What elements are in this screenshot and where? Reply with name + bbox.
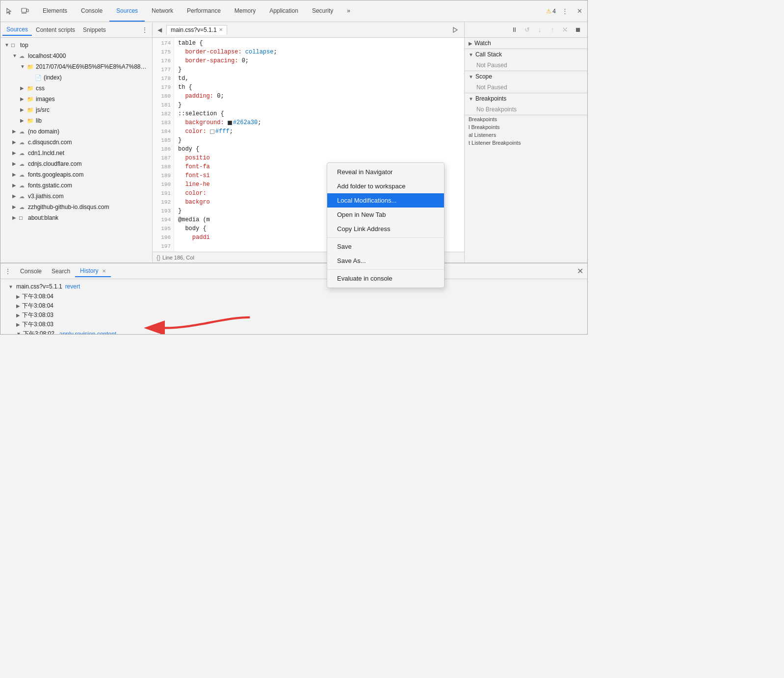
sidebar-options-icon[interactable]: ⋮ (139, 24, 150, 36)
history-entry-4[interactable]: ▶ 下午3:08:03 (8, 320, 579, 329)
tree-item-lncld[interactable]: ▶ ☁ cdn1.lncld.net (0, 148, 152, 158)
ctx-reveal-navigator[interactable]: Reveal in Navigator (327, 165, 444, 179)
ctx-evaluate-console[interactable]: Evaluate in console (327, 271, 444, 286)
tab-elements[interactable]: Elements (36, 0, 74, 22)
device-icon[interactable] (18, 4, 32, 18)
tree-item-jssrc[interactable]: ▶ 📁 js/src (0, 104, 152, 115)
close-icon[interactable]: ✕ (574, 5, 585, 17)
breakpoints-header[interactable]: ▼ Breakpoints (465, 93, 587, 104)
tree-item-datefolder[interactable]: ▼ 📁 2017/07/04/%E6%B5%8F%E8%A7%88%E5%99 (0, 61, 152, 72)
tree-label-zzhgithub: zzhgithub-github-io.disqus.com (28, 203, 109, 211)
code-line-186: body { (178, 145, 460, 154)
tree-arrow: ▼ (4, 41, 11, 50)
tab-network[interactable]: Network (145, 0, 180, 22)
ctx-open-new-tab[interactable]: Open in New Tab (327, 208, 444, 222)
right-item-listeners[interactable]: al Listeners (465, 131, 587, 139)
statusbar-position: Line 186, Col (162, 255, 194, 261)
scope-header[interactable]: ▼ Scope (465, 71, 587, 82)
tree-item-css[interactable]: ▶ 📁 css (0, 83, 152, 94)
code-line-178: td, (178, 74, 460, 83)
tree-item-lib[interactable]: ▶ 📁 lib (0, 115, 152, 126)
color-swatch-262a30[interactable] (228, 121, 232, 125)
editor-execute-icon[interactable] (448, 26, 462, 33)
ctx-local-modifications[interactable]: Local Modifications... (327, 193, 444, 208)
tree-arrow: ▶ (12, 181, 19, 190)
tab-sources[interactable]: Sources (109, 0, 145, 22)
right-item-dom-breakpoints[interactable]: l Breakpoints (465, 123, 587, 131)
ctx-save-as[interactable]: Save As... (327, 254, 444, 268)
svg-marker-3 (453, 27, 457, 32)
history-entry-1[interactable]: ▶ 下午3:08:04 (8, 292, 579, 301)
tab-console[interactable]: Console (74, 0, 109, 22)
callstack-header[interactable]: ▼ Call Stack (465, 49, 587, 60)
bottom-tab-search[interactable]: Search (47, 266, 75, 277)
stop-btn[interactable]: ⏹ (573, 25, 583, 35)
more-menu-icon[interactable]: ⋮ (559, 5, 571, 17)
pause-btn[interactable]: ⏸ (509, 25, 520, 35)
tree-label-gstatic: fonts.gstatic.com (28, 181, 72, 190)
editor-file-tab[interactable]: main.css?v=5.1.1 ✕ (166, 25, 227, 35)
history-tab-close[interactable]: ✕ (102, 268, 106, 274)
editor-tab-close[interactable]: ✕ (219, 27, 223, 32)
watch-title: Watch (474, 40, 491, 47)
ctx-add-folder[interactable]: Add folder to workspace (327, 179, 444, 193)
right-item-breakpoints[interactable]: Breakpoints (465, 115, 587, 123)
tree-item-aboutblank[interactable]: ▶ □ about:blank (0, 212, 152, 223)
right-panel: ⏸ ↺ ↓ ↑ ⛌ ⏹ ▶ Watch ▼ (465, 22, 587, 262)
tree-item-jiathis[interactable]: ▶ ☁ v3.jiathis.com (0, 191, 152, 202)
step-into-btn[interactable]: ↓ (534, 25, 545, 35)
bottom-close-btn[interactable]: ✕ (577, 266, 583, 276)
tree-item-nodomain[interactable]: ▶ ☁ (no domain) (0, 126, 152, 137)
warning-badge[interactable]: ⚠ 4 (546, 8, 556, 15)
tree-item-images[interactable]: ▶ 📁 images (0, 94, 152, 104)
top-panels: Sources Content scripts Snippets ⋮ ▼ □ t… (0, 22, 587, 263)
tab-performance[interactable]: Performance (180, 0, 228, 22)
entry-arrow-3: ▶ (16, 313, 20, 318)
deactivate-btn[interactable]: ⛌ (560, 25, 571, 35)
tab-application[interactable]: Application (262, 0, 305, 22)
tab-more[interactable]: » (340, 0, 357, 22)
tab-memory[interactable]: Memory (228, 0, 262, 22)
history-entry-5[interactable]: ▼ 下午3:08:02 apply revision content (8, 329, 579, 335)
step-over-btn[interactable]: ↺ (522, 25, 532, 35)
cloud-icon-zzhgithub: ☁ (19, 203, 27, 211)
right-item-listener-breakpoints[interactable]: t Listener Breakpoints (465, 139, 587, 147)
tree-item-disquscdn[interactable]: ▶ ☁ c.disquscdn.com (0, 137, 152, 148)
color-swatch-fff[interactable] (210, 130, 214, 134)
ctx-copy-link[interactable]: Copy Link Address (327, 222, 444, 236)
folder-icon-css: 📁 (27, 84, 35, 93)
cursor-icon[interactable] (2, 4, 16, 18)
bottom-content: ▼ main.css?v=5.1.1 revert ▶ 下午3:08:04 ▶ … (0, 279, 587, 335)
tree-item-zzhgithub[interactable]: ▶ ☁ zzhgithub-github-io.disqus.com (0, 202, 152, 212)
tree-item-localhost[interactable]: ▼ ☁ localhost:4000 (0, 51, 152, 61)
bottom-menu-icon[interactable]: ⋮ (4, 267, 11, 275)
tree-label-css: css (36, 84, 45, 93)
statusbar-format-icon[interactable]: {} (157, 254, 160, 261)
sidebar: Sources Content scripts Snippets ⋮ ▼ □ t… (0, 22, 153, 262)
tree-label-lib: lib (36, 116, 42, 125)
apply-revision-link[interactable]: apply revision content (59, 331, 116, 335)
entry-time-4: 下午3:08:03 (22, 320, 53, 329)
tree-label-images: images (36, 95, 55, 104)
tree-label-index: (index) (44, 73, 62, 82)
step-out-btn[interactable]: ↑ (547, 25, 558, 35)
tree-item-gstatic[interactable]: ▶ ☁ fonts.gstatic.com (0, 180, 152, 191)
history-entry-3[interactable]: ▶ 下午3:08:03 (8, 311, 579, 320)
history-revert-link[interactable]: revert (65, 283, 80, 290)
sidebar-tab-content-scripts[interactable]: Content scripts (32, 25, 79, 35)
tree-item-top[interactable]: ▼ □ top (0, 40, 152, 51)
editor-nav-back[interactable]: ◀ (155, 26, 164, 33)
tab-security[interactable]: Security (305, 0, 340, 22)
sidebar-tab-sources[interactable]: Sources (2, 24, 32, 36)
ctx-save[interactable]: Save (327, 239, 444, 254)
tree-label-datefolder: 2017/07/04/%E6%B5%8F%E8%A7%88%E5%99 (36, 62, 150, 71)
watch-header[interactable]: ▶ Watch (465, 38, 587, 49)
tree-item-googleapis[interactable]: ▶ ☁ fonts.googleapis.com (0, 169, 152, 180)
sidebar-tab-snippets[interactable]: Snippets (79, 25, 110, 35)
code-line-179: th { (178, 83, 460, 92)
history-entry-2[interactable]: ▶ 下午3:08:04 (8, 301, 579, 311)
bottom-tab-history[interactable]: History ✕ (75, 265, 111, 277)
bottom-tab-console[interactable]: Console (15, 266, 47, 277)
tree-item-cloudflare[interactable]: ▶ ☁ cdnjs.cloudflare.com (0, 158, 152, 169)
tree-item-index[interactable]: 📄 (index) (0, 72, 152, 83)
